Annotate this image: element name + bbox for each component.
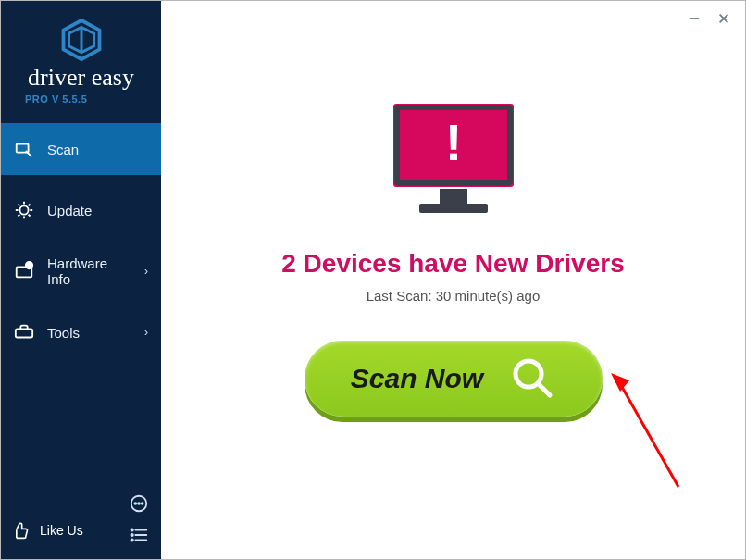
sidebar-item-update[interactable]: Update (1, 184, 161, 236)
sidebar-item-tools[interactable]: Tools › (1, 306, 161, 358)
like-us-label: Like Us (40, 523, 83, 538)
svg-text:!: ! (444, 113, 462, 171)
scan-icon (14, 139, 34, 159)
svg-text:i: i (29, 263, 30, 268)
sidebar-item-label: Tools (47, 325, 80, 341)
annotation-arrow-icon (609, 371, 692, 501)
scan-now-button[interactable]: Scan Now (305, 341, 603, 417)
sidebar-item-scan[interactable]: Scan (1, 123, 161, 175)
svg-point-12 (138, 503, 140, 504)
update-icon (14, 200, 34, 220)
svg-rect-26 (440, 189, 467, 204)
hardware-icon: i (14, 261, 34, 281)
svg-point-11 (134, 503, 136, 504)
monitor-alert-icon: ! (384, 99, 523, 223)
svg-rect-27 (419, 204, 488, 213)
last-scan-label: Last Scan: 30 minute(s) ago (367, 288, 541, 304)
sidebar-item-label: Scan (47, 142, 79, 157)
search-icon (509, 355, 555, 404)
status-graphic: ! (384, 99, 523, 223)
sidebar: driver easy PRO V 5.5.5 Scan (1, 1, 161, 559)
titlebar (673, 1, 745, 36)
svg-line-30 (618, 380, 678, 487)
logo-block: driver easy PRO V 5.5.5 (1, 1, 161, 112)
version-label: PRO V 5.5.5 (25, 93, 87, 105)
svg-point-13 (142, 503, 143, 504)
status-headline: 2 Devices have New Drivers (281, 249, 624, 279)
sidebar-item-label: Hardware Info (47, 255, 131, 287)
sidebar-item-label: Update (47, 203, 92, 218)
svg-marker-31 (611, 373, 629, 392)
app-window: driver easy PRO V 5.5.5 Scan (0, 0, 746, 560)
thumbs-up-icon (10, 520, 31, 541)
sidebar-bottom: Like Us (1, 511, 161, 550)
scan-now-label: Scan Now (351, 363, 483, 394)
main-panel: ! 2 Devices have New Drivers Last Scan: … (161, 1, 745, 559)
chevron-right-icon: › (144, 326, 148, 339)
svg-rect-9 (16, 329, 32, 337)
minimize-button[interactable] (686, 10, 702, 27)
sidebar-nav: Scan Update i (1, 123, 161, 358)
chevron-right-icon: › (144, 265, 148, 278)
svg-line-29 (539, 384, 550, 395)
logo-icon (59, 18, 104, 62)
close-button[interactable] (715, 10, 732, 27)
sidebar-item-hardware-info[interactable]: i Hardware Info › (1, 245, 161, 297)
tools-icon (14, 322, 34, 342)
svg-point-5 (19, 205, 28, 214)
brand-name: driver easy (28, 66, 134, 90)
like-us-button[interactable]: Like Us (10, 520, 83, 541)
